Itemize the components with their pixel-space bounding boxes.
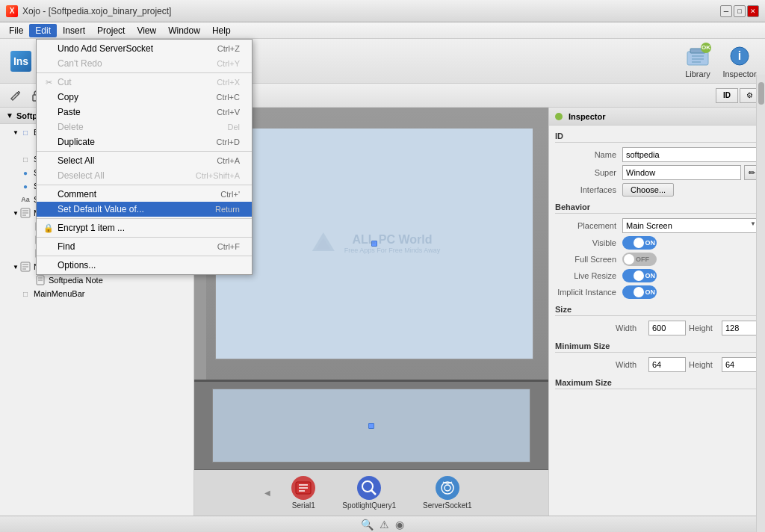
menu-encrypt[interactable]: 🔒 Encrypt 1 item ... xyxy=(37,220,252,235)
close-button[interactable]: ✕ xyxy=(747,5,759,17)
library-icon-wrap: OK xyxy=(686,44,710,68)
tree-item-softpedianote[interactable]: Softpedia Note xyxy=(0,273,193,287)
deselect-all-label: Deselect All xyxy=(58,170,105,181)
comment-shortcut: Ctrl+' xyxy=(220,190,240,199)
methods-icon xyxy=(19,207,31,219)
placement-select[interactable]: Main Screen xyxy=(622,218,759,233)
window-controls[interactable]: ─ □ ✕ xyxy=(720,5,759,17)
tab-serial1[interactable]: Serial1 xyxy=(285,473,321,513)
tabs-scroll-left[interactable]: ◀ xyxy=(264,489,270,497)
inspector-button[interactable]: i Inspector xyxy=(720,42,759,81)
super-input[interactable] xyxy=(622,165,741,180)
menu-undo[interactable]: Undo Add ServerSocket Ctrl+Z xyxy=(37,41,252,56)
menu-paste[interactable]: Paste Ctrl+V xyxy=(37,105,252,120)
tree-arrow-methods[interactable]: ▼ xyxy=(12,210,19,217)
height-input[interactable] xyxy=(722,321,759,335)
menu-find[interactable]: Find Ctrl+F xyxy=(37,239,252,254)
min-width-label: Width xyxy=(616,360,645,369)
min-width-input[interactable] xyxy=(648,357,686,372)
separator-6 xyxy=(37,256,252,256)
size-inputs-wrap: Width Height xyxy=(616,321,759,335)
watermark-text-wrap: ALL PC World Free Apps For Free Minds Aw… xyxy=(344,233,440,254)
watermark: ALL PC World Free Apps For Free Minds Aw… xyxy=(309,229,440,259)
menu-view[interactable]: View xyxy=(131,24,162,37)
duplicate-label: Duplicate xyxy=(58,137,95,147)
tab-serversocket1[interactable]: ServerSocket1 xyxy=(417,473,478,513)
canvas-window-bottom xyxy=(212,389,531,463)
visible-toggle[interactable] xyxy=(622,236,657,250)
svg-point-47 xyxy=(362,481,373,492)
menu-window[interactable]: Window xyxy=(162,24,206,37)
inspector-label: Inspector xyxy=(722,69,756,78)
spotlightquery-tab-icon xyxy=(357,476,381,500)
inspector-panel: Inspector ID Name Super ✏ xyxy=(548,108,765,516)
id-tab[interactable]: ID xyxy=(716,88,738,103)
menu-file[interactable]: File xyxy=(3,24,29,37)
tree-arrow-notes[interactable]: ▼ xyxy=(12,264,19,270)
maximize-button[interactable]: □ xyxy=(734,5,746,17)
menu-options[interactable]: Options... xyxy=(37,258,252,273)
menu-duplicate[interactable]: Duplicate Ctrl+D xyxy=(37,134,252,149)
fullscreen-toggle-wrap xyxy=(622,253,759,266)
tree-item-mainmenubar[interactable]: □ MainMenuBar xyxy=(0,287,193,300)
inspector-interfaces-row: Interfaces Choose... xyxy=(555,183,759,197)
bevelbutton-icon: □ xyxy=(19,126,31,138)
softpedianote-label: Softpedia Note xyxy=(49,276,103,285)
insert-toolbar-btn[interactable]: Ins xyxy=(6,42,36,81)
implicit-toggle[interactable] xyxy=(622,285,657,299)
status-icons: 🔍 ⚠ ◉ xyxy=(6,519,759,531)
library-label: Library xyxy=(685,69,710,78)
menu-edit[interactable]: Edit xyxy=(29,24,57,37)
menu-redo[interactable]: Can't Redo Ctrl+Y xyxy=(37,56,252,71)
separator-1 xyxy=(37,72,252,73)
tool-pencil[interactable] xyxy=(6,86,25,105)
menu-insert[interactable]: Insert xyxy=(57,24,91,37)
cut-label: Cut xyxy=(58,77,72,87)
menu-set-default[interactable]: Set Default Value of... Return xyxy=(37,202,252,217)
set-default-shortcut: Return xyxy=(215,205,240,214)
serial1-tab-label: Serial1 xyxy=(292,501,315,510)
menu-project[interactable]: Project xyxy=(91,24,131,37)
menu-help[interactable]: Help xyxy=(206,24,237,37)
serversocket1-tab-label: ServerSocket1 xyxy=(423,501,472,510)
placement-label: Placement xyxy=(555,221,622,230)
rss-status-icon[interactable]: ◉ xyxy=(395,519,404,531)
inspector-maxsize-section: Maximum Size xyxy=(555,378,759,389)
search-status-icon[interactable]: 🔍 xyxy=(361,519,374,531)
width-input[interactable] xyxy=(648,321,686,335)
menu-delete[interactable]: Delete Del xyxy=(37,120,252,134)
cut-shortcut: Ctrl+X xyxy=(217,78,240,87)
separator-3 xyxy=(37,185,252,185)
tab-spotlightquery1[interactable]: SpotlightQuery1 xyxy=(336,473,402,513)
name-input[interactable] xyxy=(622,147,759,162)
menu-copy[interactable]: Copy Ctrl+C xyxy=(37,90,252,105)
fullscreen-toggle[interactable] xyxy=(622,253,657,266)
liveresize-knob xyxy=(634,270,644,281)
menu-cut[interactable]: ✂ Cut Ctrl+X xyxy=(37,75,252,90)
library-button[interactable]: OK Library xyxy=(678,42,717,81)
inspector-scrollbar[interactable] xyxy=(756,108,765,516)
warning-status-icon[interactable]: ⚠ xyxy=(380,519,389,531)
inspector-visible-row: Visible xyxy=(555,236,759,250)
minsize-row: Width Height xyxy=(616,357,759,372)
inspector-title: Inspector xyxy=(569,112,606,121)
serial1-tab-icon xyxy=(291,476,315,500)
toolbar2-right: ID ⚙ xyxy=(716,88,759,103)
menu-select-all[interactable]: Select All Ctrl+A xyxy=(37,153,252,168)
menu-comment[interactable]: Comment Ctrl+' xyxy=(37,187,252,202)
separator-4 xyxy=(37,218,252,219)
title-bar: X Xojo - [Softpedia.xojo_binary_project]… xyxy=(0,0,765,22)
minsize-inputs-wrap: Width Height xyxy=(616,357,759,372)
tree-arrow-bevelbutton1[interactable]: ▼ xyxy=(12,129,19,136)
menu-deselect-all[interactable]: Deselect All Ctrl+Shift+A xyxy=(37,168,252,183)
center-handle-bottom[interactable] xyxy=(368,423,374,429)
behavior-section-title: Behavior xyxy=(555,202,759,214)
min-height-input[interactable] xyxy=(722,357,759,372)
height-label: Height xyxy=(689,324,719,332)
duplicate-shortcut: Ctrl+D xyxy=(217,137,240,146)
separator-2 xyxy=(37,151,252,152)
choose-button[interactable]: Choose... xyxy=(622,183,674,197)
liveresize-toggle[interactable] xyxy=(622,269,657,282)
inspector-icon: i xyxy=(728,44,752,68)
minimize-button[interactable]: ─ xyxy=(720,5,732,17)
